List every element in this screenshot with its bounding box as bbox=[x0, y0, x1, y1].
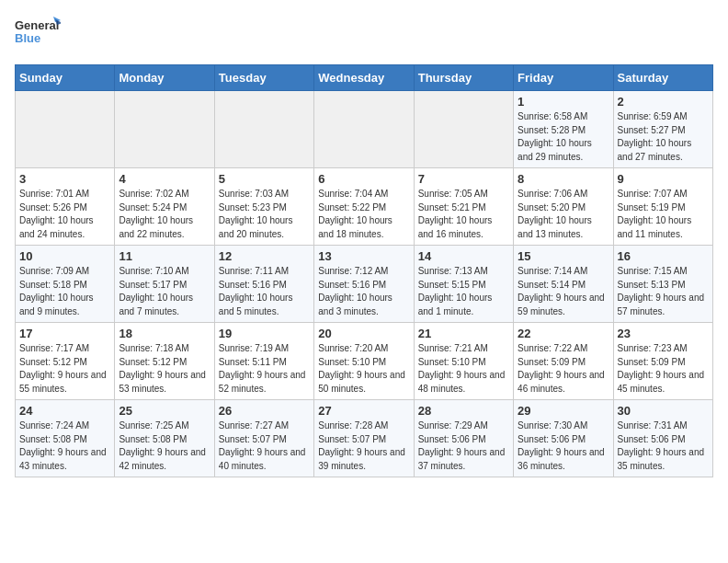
calendar-table: SundayMondayTuesdayWednesdayThursdayFrid… bbox=[15, 64, 713, 477]
day-info: Sunrise: 7:30 AM Sunset: 5:06 PM Dayligh… bbox=[518, 419, 609, 473]
calendar-cell: 20Sunrise: 7:20 AM Sunset: 5:10 PM Dayli… bbox=[314, 323, 414, 400]
day-number: 29 bbox=[518, 404, 609, 418]
day-number: 4 bbox=[119, 172, 210, 186]
calendar-cell: 9Sunrise: 7:07 AM Sunset: 5:19 PM Daylig… bbox=[613, 168, 712, 246]
calendar-cell: 6Sunrise: 7:04 AM Sunset: 5:22 PM Daylig… bbox=[314, 168, 414, 246]
day-info: Sunrise: 7:20 AM Sunset: 5:10 PM Dayligh… bbox=[318, 342, 409, 396]
day-info: Sunrise: 7:25 AM Sunset: 5:08 PM Dayligh… bbox=[119, 419, 210, 473]
calendar-cell bbox=[16, 91, 115, 168]
day-number: 22 bbox=[518, 327, 609, 340]
day-info: Sunrise: 7:11 AM Sunset: 5:16 PM Dayligh… bbox=[219, 265, 310, 318]
calendar-cell: 1Sunrise: 6:58 AM Sunset: 5:28 PM Daylig… bbox=[514, 91, 613, 168]
weekday-header-row: SundayMondayTuesdayWednesdayThursdayFrid… bbox=[16, 65, 713, 91]
day-info: Sunrise: 7:23 AM Sunset: 5:09 PM Dayligh… bbox=[618, 342, 709, 396]
day-info: Sunrise: 7:21 AM Sunset: 5:10 PM Dayligh… bbox=[418, 342, 509, 396]
weekday-header-friday: Friday bbox=[514, 65, 613, 91]
calendar-cell bbox=[314, 91, 414, 168]
calendar-cell: 4Sunrise: 7:02 AM Sunset: 5:24 PM Daylig… bbox=[115, 168, 214, 246]
calendar-cell: 25Sunrise: 7:25 AM Sunset: 5:08 PM Dayli… bbox=[115, 400, 214, 477]
day-number: 28 bbox=[418, 404, 509, 418]
weekday-header-saturday: Saturday bbox=[613, 65, 712, 91]
day-info: Sunrise: 7:29 AM Sunset: 5:06 PM Dayligh… bbox=[418, 419, 509, 473]
logo: General Blue bbox=[15, 15, 61, 53]
day-number: 23 bbox=[618, 327, 709, 340]
day-info: Sunrise: 7:10 AM Sunset: 5:17 PM Dayligh… bbox=[119, 265, 210, 318]
calendar-cell: 8Sunrise: 7:06 AM Sunset: 5:20 PM Daylig… bbox=[514, 168, 613, 246]
day-number: 17 bbox=[19, 327, 110, 340]
calendar-cell: 13Sunrise: 7:12 AM Sunset: 5:16 PM Dayli… bbox=[314, 246, 414, 323]
day-number: 13 bbox=[318, 249, 409, 263]
day-info: Sunrise: 7:31 AM Sunset: 5:06 PM Dayligh… bbox=[618, 419, 709, 473]
day-number: 11 bbox=[119, 249, 210, 263]
day-number: 9 bbox=[618, 172, 709, 186]
day-info: Sunrise: 6:59 AM Sunset: 5:27 PM Dayligh… bbox=[618, 110, 709, 164]
week-row-5: 24Sunrise: 7:24 AM Sunset: 5:08 PM Dayli… bbox=[16, 400, 713, 477]
weekday-header-thursday: Thursday bbox=[414, 65, 513, 91]
calendar-cell: 15Sunrise: 7:14 AM Sunset: 5:14 PM Dayli… bbox=[514, 246, 613, 323]
day-number: 14 bbox=[418, 249, 509, 263]
day-info: Sunrise: 7:07 AM Sunset: 5:19 PM Dayligh… bbox=[618, 188, 709, 241]
day-number: 21 bbox=[418, 327, 509, 340]
day-info: Sunrise: 7:22 AM Sunset: 5:09 PM Dayligh… bbox=[518, 342, 609, 396]
day-info: Sunrise: 7:15 AM Sunset: 5:13 PM Dayligh… bbox=[618, 265, 709, 318]
day-number: 16 bbox=[618, 249, 709, 263]
calendar-cell: 11Sunrise: 7:10 AM Sunset: 5:17 PM Dayli… bbox=[115, 246, 214, 323]
day-number: 10 bbox=[19, 249, 110, 263]
logo-svg: General Blue bbox=[15, 15, 61, 53]
calendar-cell: 27Sunrise: 7:28 AM Sunset: 5:07 PM Dayli… bbox=[314, 400, 414, 477]
weekday-header-tuesday: Tuesday bbox=[214, 65, 313, 91]
calendar-cell: 18Sunrise: 7:18 AM Sunset: 5:12 PM Dayli… bbox=[115, 323, 214, 400]
week-row-2: 3Sunrise: 7:01 AM Sunset: 5:26 PM Daylig… bbox=[16, 168, 713, 246]
day-info: Sunrise: 7:18 AM Sunset: 5:12 PM Dayligh… bbox=[119, 342, 210, 396]
calendar-cell: 5Sunrise: 7:03 AM Sunset: 5:23 PM Daylig… bbox=[214, 168, 313, 246]
day-number: 12 bbox=[219, 249, 310, 263]
calendar-cell: 2Sunrise: 6:59 AM Sunset: 5:27 PM Daylig… bbox=[613, 91, 712, 168]
day-number: 1 bbox=[518, 95, 609, 109]
calendar-cell: 17Sunrise: 7:17 AM Sunset: 5:12 PM Dayli… bbox=[16, 323, 115, 400]
calendar-cell: 10Sunrise: 7:09 AM Sunset: 5:18 PM Dayli… bbox=[16, 246, 115, 323]
day-number: 30 bbox=[618, 404, 709, 418]
calendar-cell: 21Sunrise: 7:21 AM Sunset: 5:10 PM Dayli… bbox=[414, 323, 513, 400]
calendar-cell: 28Sunrise: 7:29 AM Sunset: 5:06 PM Dayli… bbox=[414, 400, 513, 477]
day-number: 20 bbox=[318, 327, 409, 340]
day-info: Sunrise: 7:13 AM Sunset: 5:15 PM Dayligh… bbox=[418, 265, 509, 318]
calendar-cell bbox=[414, 91, 513, 168]
calendar-cell: 23Sunrise: 7:23 AM Sunset: 5:09 PM Dayli… bbox=[613, 323, 712, 400]
day-number: 26 bbox=[219, 404, 310, 418]
calendar-cell bbox=[214, 91, 313, 168]
day-info: Sunrise: 7:19 AM Sunset: 5:11 PM Dayligh… bbox=[219, 342, 310, 396]
day-info: Sunrise: 7:09 AM Sunset: 5:18 PM Dayligh… bbox=[19, 265, 110, 318]
day-number: 2 bbox=[618, 95, 709, 109]
day-info: Sunrise: 7:01 AM Sunset: 5:26 PM Dayligh… bbox=[19, 188, 110, 241]
calendar-cell: 24Sunrise: 7:24 AM Sunset: 5:08 PM Dayli… bbox=[16, 400, 115, 477]
day-number: 25 bbox=[119, 404, 210, 418]
calendar-cell: 29Sunrise: 7:30 AM Sunset: 5:06 PM Dayli… bbox=[514, 400, 613, 477]
day-number: 8 bbox=[518, 172, 609, 186]
day-number: 24 bbox=[19, 404, 110, 418]
day-number: 7 bbox=[418, 172, 509, 186]
calendar-cell bbox=[115, 91, 214, 168]
weekday-header-monday: Monday bbox=[115, 65, 214, 91]
calendar-cell: 16Sunrise: 7:15 AM Sunset: 5:13 PM Dayli… bbox=[613, 246, 712, 323]
day-number: 3 bbox=[19, 172, 110, 186]
day-info: Sunrise: 7:12 AM Sunset: 5:16 PM Dayligh… bbox=[318, 265, 409, 318]
day-number: 19 bbox=[219, 327, 310, 340]
calendar-cell: 22Sunrise: 7:22 AM Sunset: 5:09 PM Dayli… bbox=[514, 323, 613, 400]
day-info: Sunrise: 7:28 AM Sunset: 5:07 PM Dayligh… bbox=[318, 419, 409, 473]
day-info: Sunrise: 7:17 AM Sunset: 5:12 PM Dayligh… bbox=[19, 342, 110, 396]
day-info: Sunrise: 7:02 AM Sunset: 5:24 PM Dayligh… bbox=[119, 188, 210, 241]
week-row-1: 1Sunrise: 6:58 AM Sunset: 5:28 PM Daylig… bbox=[16, 91, 713, 168]
page-header: General Blue bbox=[15, 15, 713, 53]
day-info: Sunrise: 7:05 AM Sunset: 5:21 PM Dayligh… bbox=[418, 188, 509, 241]
day-info: Sunrise: 7:06 AM Sunset: 5:20 PM Dayligh… bbox=[518, 188, 609, 241]
calendar-cell: 26Sunrise: 7:27 AM Sunset: 5:07 PM Dayli… bbox=[214, 400, 313, 477]
day-number: 27 bbox=[318, 404, 409, 418]
day-number: 15 bbox=[518, 249, 609, 263]
calendar-cell: 3Sunrise: 7:01 AM Sunset: 5:26 PM Daylig… bbox=[16, 168, 115, 246]
day-info: Sunrise: 6:58 AM Sunset: 5:28 PM Dayligh… bbox=[518, 110, 609, 164]
day-info: Sunrise: 7:27 AM Sunset: 5:07 PM Dayligh… bbox=[219, 419, 310, 473]
svg-text:Blue: Blue bbox=[15, 31, 40, 45]
calendar-cell: 14Sunrise: 7:13 AM Sunset: 5:15 PM Dayli… bbox=[414, 246, 513, 323]
day-number: 18 bbox=[119, 327, 210, 340]
day-number: 6 bbox=[318, 172, 409, 186]
